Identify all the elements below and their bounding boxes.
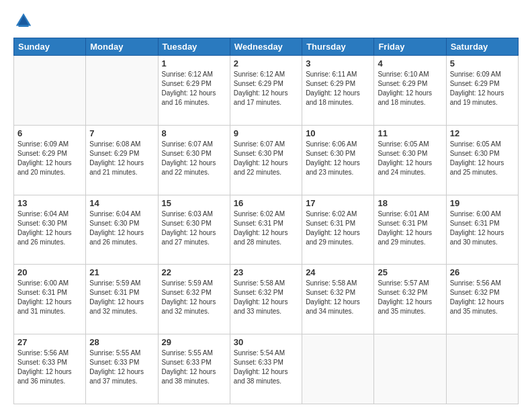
calendar-week-5: 27Sunrise: 5:56 AM Sunset: 6:33 PM Dayli… <box>14 334 519 404</box>
calendar-table: SundayMondayTuesdayWednesdayThursdayFrid… <box>13 38 519 404</box>
cell-info: Sunrise: 5:56 AM Sunset: 6:32 PM Dayligh… <box>450 279 515 316</box>
calendar-cell: 8Sunrise: 6:07 AM Sunset: 6:30 PM Daylig… <box>158 125 230 195</box>
cell-info: Sunrise: 6:06 AM Sunset: 6:30 PM Dayligh… <box>306 140 370 177</box>
cell-info: Sunrise: 6:04 AM Sunset: 6:30 PM Dayligh… <box>17 210 82 247</box>
day-number: 12 <box>450 128 515 138</box>
calendar-header-sunday: Sunday <box>14 38 86 56</box>
calendar-cell: 29Sunrise: 5:55 AM Sunset: 6:33 PM Dayli… <box>158 334 230 404</box>
cell-info: Sunrise: 6:09 AM Sunset: 6:29 PM Dayligh… <box>17 140 82 177</box>
calendar-cell <box>86 56 158 126</box>
day-number: 11 <box>378 128 442 138</box>
calendar-cell: 10Sunrise: 6:06 AM Sunset: 6:30 PM Dayli… <box>302 125 374 195</box>
calendar-cell: 1Sunrise: 6:12 AM Sunset: 6:29 PM Daylig… <box>158 56 230 126</box>
day-number: 6 <box>17 128 82 138</box>
calendar-cell: 12Sunrise: 6:05 AM Sunset: 6:30 PM Dayli… <box>446 125 518 195</box>
calendar-cell: 21Sunrise: 5:59 AM Sunset: 6:31 PM Dayli… <box>86 265 158 334</box>
day-number: 26 <box>450 267 515 277</box>
cell-info: Sunrise: 6:01 AM Sunset: 6:31 PM Dayligh… <box>378 210 442 247</box>
cell-info: Sunrise: 6:05 AM Sunset: 6:30 PM Dayligh… <box>450 140 515 177</box>
cell-info: Sunrise: 6:00 AM Sunset: 6:31 PM Dayligh… <box>17 279 82 316</box>
cell-info: Sunrise: 6:12 AM Sunset: 6:29 PM Dayligh… <box>234 70 298 107</box>
cell-info: Sunrise: 6:09 AM Sunset: 6:29 PM Dayligh… <box>450 70 515 107</box>
day-number: 17 <box>306 198 370 208</box>
cell-info: Sunrise: 5:55 AM Sunset: 6:33 PM Dayligh… <box>89 349 154 386</box>
calendar-cell <box>446 334 518 404</box>
day-number: 7 <box>89 128 154 138</box>
cell-info: Sunrise: 5:58 AM Sunset: 6:32 PM Dayligh… <box>234 279 298 316</box>
calendar-header-thursday: Thursday <box>302 38 374 56</box>
calendar-cell: 6Sunrise: 6:09 AM Sunset: 6:29 PM Daylig… <box>14 125 86 195</box>
cell-info: Sunrise: 6:12 AM Sunset: 6:29 PM Dayligh… <box>162 70 226 107</box>
day-number: 23 <box>234 267 298 277</box>
day-number: 2 <box>234 58 298 68</box>
calendar-cell: 3Sunrise: 6:11 AM Sunset: 6:29 PM Daylig… <box>302 56 374 126</box>
calendar-cell: 17Sunrise: 6:02 AM Sunset: 6:31 PM Dayli… <box>302 195 374 265</box>
calendar-week-1: 1Sunrise: 6:12 AM Sunset: 6:29 PM Daylig… <box>14 56 519 126</box>
logo <box>13 11 36 31</box>
calendar-cell <box>374 334 446 404</box>
cell-info: Sunrise: 5:55 AM Sunset: 6:33 PM Dayligh… <box>162 349 226 386</box>
calendar-cell: 4Sunrise: 6:10 AM Sunset: 6:29 PM Daylig… <box>374 56 446 126</box>
day-number: 15 <box>162 198 226 208</box>
day-number: 20 <box>17 267 82 277</box>
calendar-cell: 7Sunrise: 6:08 AM Sunset: 6:29 PM Daylig… <box>86 125 158 195</box>
cell-info: Sunrise: 6:03 AM Sunset: 6:30 PM Dayligh… <box>162 210 226 247</box>
calendar-cell: 2Sunrise: 6:12 AM Sunset: 6:29 PM Daylig… <box>230 56 302 126</box>
day-number: 22 <box>162 267 226 277</box>
cell-info: Sunrise: 6:02 AM Sunset: 6:31 PM Dayligh… <box>234 210 298 247</box>
calendar-cell <box>14 56 86 126</box>
calendar-cell <box>302 334 374 404</box>
day-number: 28 <box>89 337 154 347</box>
day-number: 1 <box>162 58 226 68</box>
logo-icon <box>13 11 34 31</box>
calendar-week-2: 6Sunrise: 6:09 AM Sunset: 6:29 PM Daylig… <box>14 125 519 195</box>
cell-info: Sunrise: 6:11 AM Sunset: 6:29 PM Dayligh… <box>306 70 370 107</box>
calendar-cell: 26Sunrise: 5:56 AM Sunset: 6:32 PM Dayli… <box>446 265 518 334</box>
cell-info: Sunrise: 5:59 AM Sunset: 6:32 PM Dayligh… <box>162 279 226 316</box>
cell-info: Sunrise: 5:56 AM Sunset: 6:33 PM Dayligh… <box>17 349 82 386</box>
calendar-cell: 27Sunrise: 5:56 AM Sunset: 6:33 PM Dayli… <box>14 334 86 404</box>
day-number: 29 <box>162 337 226 347</box>
day-number: 16 <box>234 198 298 208</box>
calendar-cell: 9Sunrise: 6:07 AM Sunset: 6:30 PM Daylig… <box>230 125 302 195</box>
day-number: 25 <box>378 267 442 277</box>
header <box>13 11 519 31</box>
calendar-cell: 15Sunrise: 6:03 AM Sunset: 6:30 PM Dayli… <box>158 195 230 265</box>
calendar-cell: 23Sunrise: 5:58 AM Sunset: 6:32 PM Dayli… <box>230 265 302 334</box>
calendar-cell: 19Sunrise: 6:00 AM Sunset: 6:31 PM Dayli… <box>446 195 518 265</box>
day-number: 24 <box>306 267 370 277</box>
calendar-week-4: 20Sunrise: 6:00 AM Sunset: 6:31 PM Dayli… <box>14 265 519 334</box>
day-number: 10 <box>306 128 370 138</box>
cell-info: Sunrise: 6:07 AM Sunset: 6:30 PM Dayligh… <box>162 140 226 177</box>
calendar-week-3: 13Sunrise: 6:04 AM Sunset: 6:30 PM Dayli… <box>14 195 519 265</box>
cell-info: Sunrise: 6:00 AM Sunset: 6:31 PM Dayligh… <box>450 210 515 247</box>
calendar-header-friday: Friday <box>374 38 446 56</box>
day-number: 8 <box>162 128 226 138</box>
calendar-header-wednesday: Wednesday <box>230 38 302 56</box>
calendar-cell: 5Sunrise: 6:09 AM Sunset: 6:29 PM Daylig… <box>446 56 518 126</box>
day-number: 27 <box>17 337 82 347</box>
calendar-cell: 13Sunrise: 6:04 AM Sunset: 6:30 PM Dayli… <box>14 195 86 265</box>
cell-info: Sunrise: 6:10 AM Sunset: 6:29 PM Dayligh… <box>378 70 442 107</box>
calendar-cell: 25Sunrise: 5:57 AM Sunset: 6:32 PM Dayli… <box>374 265 446 334</box>
cell-info: Sunrise: 5:59 AM Sunset: 6:31 PM Dayligh… <box>89 279 154 316</box>
calendar-header-row: SundayMondayTuesdayWednesdayThursdayFrid… <box>14 38 519 56</box>
calendar-header-monday: Monday <box>86 38 158 56</box>
calendar-cell: 11Sunrise: 6:05 AM Sunset: 6:30 PM Dayli… <box>374 125 446 195</box>
calendar-header-tuesday: Tuesday <box>158 38 230 56</box>
cell-info: Sunrise: 6:02 AM Sunset: 6:31 PM Dayligh… <box>306 210 370 247</box>
cell-info: Sunrise: 5:54 AM Sunset: 6:33 PM Dayligh… <box>234 349 298 386</box>
day-number: 21 <box>89 267 154 277</box>
day-number: 19 <box>450 198 515 208</box>
cell-info: Sunrise: 5:57 AM Sunset: 6:32 PM Dayligh… <box>378 279 442 316</box>
cell-info: Sunrise: 6:08 AM Sunset: 6:29 PM Dayligh… <box>89 140 154 177</box>
calendar-cell: 14Sunrise: 6:04 AM Sunset: 6:30 PM Dayli… <box>86 195 158 265</box>
calendar-cell: 18Sunrise: 6:01 AM Sunset: 6:31 PM Dayli… <box>374 195 446 265</box>
day-number: 3 <box>306 58 370 68</box>
day-number: 13 <box>17 198 82 208</box>
calendar-cell: 22Sunrise: 5:59 AM Sunset: 6:32 PM Dayli… <box>158 265 230 334</box>
calendar-cell: 28Sunrise: 5:55 AM Sunset: 6:33 PM Dayli… <box>86 334 158 404</box>
cell-info: Sunrise: 6:04 AM Sunset: 6:30 PM Dayligh… <box>89 210 154 247</box>
cell-info: Sunrise: 5:58 AM Sunset: 6:32 PM Dayligh… <box>306 279 370 316</box>
page: SundayMondayTuesdayWednesdayThursdayFrid… <box>0 0 532 411</box>
